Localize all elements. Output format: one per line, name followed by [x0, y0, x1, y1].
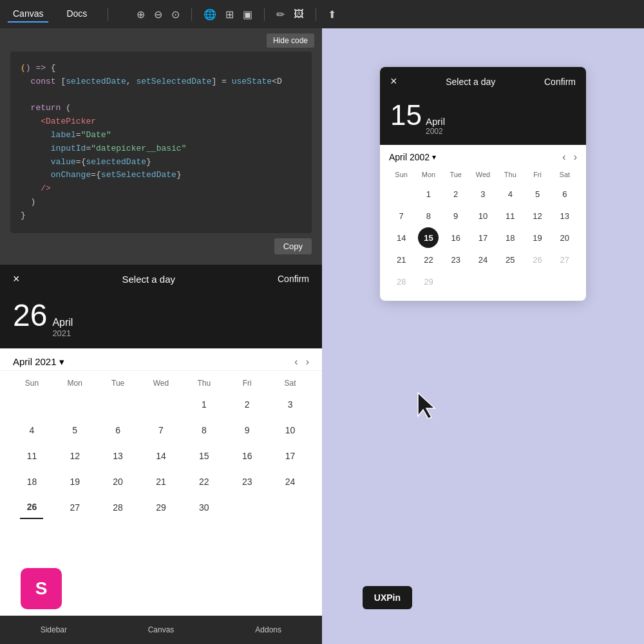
cal-r-day-29[interactable]: 29: [418, 271, 439, 292]
cal-right-prev-button[interactable]: ‹: [562, 151, 565, 163]
cal-left-close-button[interactable]: ×: [13, 272, 20, 286]
cal-r-day-10[interactable]: 10: [473, 205, 493, 226]
cal-day-18[interactable]: 18: [20, 470, 43, 493]
code-line-2: const [selectedDate, setSelectedDate] = …: [21, 75, 301, 89]
share-icon[interactable]: ⬆: [328, 8, 336, 21]
cal-day-27[interactable]: 27: [63, 496, 86, 519]
cal-r-day-7[interactable]: 7: [391, 205, 412, 226]
cal-r-day-12[interactable]: 12: [527, 205, 548, 226]
sidebar-icon[interactable]: S: [21, 568, 62, 609]
hide-code-button[interactable]: Hide code: [267, 33, 314, 48]
zoom-out-icon[interactable]: ⊖: [154, 8, 162, 21]
cal-r-day-28[interactable]: 28: [391, 271, 412, 292]
cal-r-day-26[interactable]: 26: [527, 249, 548, 270]
cal-day-9[interactable]: 9: [236, 419, 259, 442]
cal-day-15[interactable]: 15: [193, 444, 216, 468]
copy-button[interactable]: Copy: [274, 238, 312, 254]
cal-day-17[interactable]: 17: [279, 444, 302, 468]
cal-r-day-18[interactable]: 18: [500, 227, 520, 248]
cal-r-day-16[interactable]: 16: [446, 227, 466, 248]
image-icon[interactable]: 🖼: [294, 8, 304, 20]
cal-day-24[interactable]: 24: [279, 470, 302, 493]
left-panel: Hide code () => { const [selectedDate, s…: [0, 28, 322, 644]
pen-icon[interactable]: ✏: [276, 8, 285, 21]
cal-day-29[interactable]: 29: [149, 496, 173, 519]
cal-r-day-4[interactable]: 4: [500, 184, 520, 204]
cal-day-30[interactable]: 30: [193, 496, 216, 519]
code-line-5: <DatePicker: [21, 115, 301, 129]
tab-canvas[interactable]: Canvas: [8, 6, 48, 23]
bottom-nav-addons[interactable]: Addons: [214, 623, 322, 637]
cal-day-1[interactable]: 1: [193, 393, 216, 416]
cal-day-7[interactable]: 7: [149, 419, 173, 442]
bottom-nav-canvas[interactable]: Canvas: [108, 623, 215, 637]
cal-left-month-select[interactable]: April 2021 ▾: [13, 356, 64, 368]
zoom-fit-icon[interactable]: ⊙: [171, 8, 180, 21]
cal-day-3[interactable]: 3: [279, 393, 302, 416]
cal-r-day-6[interactable]: 6: [554, 184, 575, 204]
cal-day-16[interactable]: 16: [236, 444, 259, 468]
grid-icon[interactable]: ⊞: [225, 8, 234, 21]
globe-icon[interactable]: 🌐: [204, 8, 216, 21]
cal-r-day-14[interactable]: 14: [391, 227, 412, 248]
cal-day-21[interactable]: 21: [149, 470, 173, 493]
cal-day-10[interactable]: 10: [279, 419, 302, 442]
cal-day-20[interactable]: 20: [106, 470, 129, 493]
cal-day-4[interactable]: 4: [20, 419, 43, 442]
bottom-nav-sidebar[interactable]: Sidebar: [0, 623, 108, 637]
cal-r-day-19[interactable]: 19: [527, 227, 548, 248]
cal-day-19[interactable]: 19: [63, 470, 86, 493]
cal-r-day-25[interactable]: 25: [500, 249, 520, 270]
cal-r-day-8[interactable]: 8: [418, 205, 439, 226]
cal-day-14[interactable]: 14: [149, 444, 173, 468]
cal-day-6[interactable]: 6: [106, 419, 129, 442]
cal-left-next-button[interactable]: ›: [306, 356, 309, 368]
cal-r-day-empty3: [473, 271, 493, 292]
tab-docs[interactable]: Docs: [61, 6, 92, 23]
cal-r-day-2[interactable]: 2: [446, 184, 466, 204]
cal-left-confirm-button[interactable]: Confirm: [278, 274, 309, 284]
cal-day-26-selected[interactable]: 26: [20, 496, 43, 519]
cal-r-day-15-selected[interactable]: 15: [418, 227, 439, 248]
cal-left-header: × Select a day Confirm: [0, 265, 322, 294]
frame-icon[interactable]: ▣: [243, 8, 252, 21]
cal-r-day-22[interactable]: 22: [418, 249, 439, 270]
cal-day-5[interactable]: 5: [63, 419, 86, 442]
cal-right-confirm-button[interactable]: Confirm: [544, 77, 576, 87]
sep3: [264, 8, 265, 21]
calendar-right: × Select a day Confirm 15 April 2002 Apr…: [380, 67, 586, 301]
cal-right-month-select[interactable]: April 2002 ▾: [389, 152, 436, 162]
code-line-8: value={selectedDate}: [21, 156, 301, 169]
cal-day-28[interactable]: 28: [106, 496, 129, 519]
zoom-in-icon[interactable]: ⊕: [137, 8, 145, 21]
cal-right-chevron-icon: ▾: [432, 153, 436, 162]
cal-day-11[interactable]: 11: [20, 444, 43, 468]
cal-r-day-11[interactable]: 11: [500, 205, 520, 226]
cal-r-day-5[interactable]: 5: [527, 184, 548, 204]
cal-day-12[interactable]: 12: [63, 444, 86, 468]
sidebar-s-letter: S: [35, 578, 48, 599]
cal-r-day-13[interactable]: 13: [554, 205, 575, 226]
cal-day-13[interactable]: 13: [106, 444, 129, 468]
cal-day-2[interactable]: 2: [236, 393, 259, 416]
cal-right-close-button[interactable]: ×: [390, 75, 397, 88]
cal-r-day-1[interactable]: 1: [418, 184, 439, 204]
cal-day-23[interactable]: 23: [236, 470, 259, 493]
cal-r-day-20[interactable]: 20: [554, 227, 575, 248]
cal-day-22[interactable]: 22: [193, 470, 216, 493]
cal-right-next-button[interactable]: ›: [574, 151, 577, 163]
cal-r-day-27[interactable]: 27: [554, 249, 575, 270]
cal-r-day-17[interactable]: 17: [473, 227, 493, 248]
cal-left-prev-button[interactable]: ‹: [294, 356, 298, 368]
cal-left-nav-arrows: ‹ ›: [294, 356, 309, 368]
code-line-4: return (: [21, 102, 301, 115]
code-line-3: [21, 89, 301, 102]
cal-day-8[interactable]: 8: [193, 419, 216, 442]
cal-r-day-23[interactable]: 23: [446, 249, 466, 270]
cal-r-day-24[interactable]: 24: [473, 249, 493, 270]
cal-r-day-21[interactable]: 21: [391, 249, 412, 270]
cal-r-day-9[interactable]: 9: [446, 205, 466, 226]
cal-right-nav-arrows: ‹ ›: [562, 151, 577, 163]
cal-r-day-3[interactable]: 3: [473, 184, 493, 204]
separator: [108, 8, 108, 21]
